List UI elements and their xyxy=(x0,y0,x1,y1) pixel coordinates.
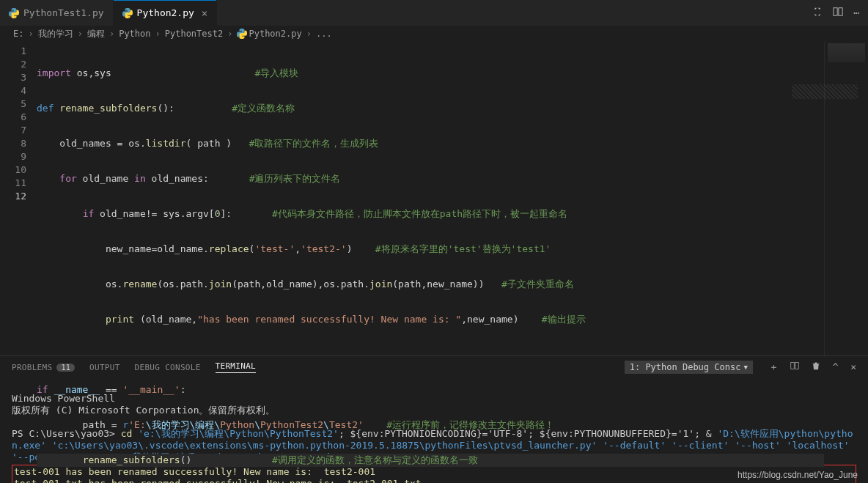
tab-label: Python2.py xyxy=(137,7,194,18)
svg-rect-0 xyxy=(834,8,837,16)
watermark-graphic xyxy=(792,84,858,99)
crumb[interactable]: 编程 xyxy=(87,28,105,40)
watermark-text: https://blog.csdn.net/Yao_June xyxy=(738,470,858,480)
python-file-icon xyxy=(9,8,19,18)
split-editor-icon[interactable] xyxy=(833,7,843,19)
crumb[interactable]: 我的学习 xyxy=(38,28,73,40)
tab-bar: PythonTest1.py Python2.py × ⋯ xyxy=(0,0,868,26)
title-actions: ⋯ xyxy=(812,0,868,26)
tab-label: PythonTest1.py xyxy=(23,7,104,18)
line-gutter: 123456789101112 xyxy=(0,42,37,355)
crumb[interactable]: Python2.py xyxy=(249,29,301,39)
close-panel-icon[interactable]: × xyxy=(850,361,856,372)
crumb[interactable]: PythonTest2 xyxy=(165,29,223,39)
tab-python2[interactable]: Python2.py × xyxy=(114,0,218,26)
maximize-icon[interactable]: ^ xyxy=(833,361,839,372)
python-file-icon xyxy=(122,8,133,18)
breadcrumb[interactable]: E:› 我的学习› 编程› Python› PythonTest2› Pytho… xyxy=(0,26,868,42)
python-file-icon xyxy=(237,29,247,39)
more-icon[interactable]: ⋯ xyxy=(853,7,859,18)
compare-icon[interactable] xyxy=(812,7,823,19)
crumb[interactable]: ... xyxy=(316,29,332,39)
code-area[interactable]: import os,sys #导入模块 def rename_subfolder… xyxy=(37,42,824,355)
crumb[interactable]: Python xyxy=(119,29,150,39)
editor[interactable]: 123456789101112 import os,sys #导入模块 def … xyxy=(0,42,868,355)
close-icon[interactable]: × xyxy=(202,7,207,19)
tab-pythontest1[interactable]: PythonTest1.py xyxy=(0,0,114,26)
svg-rect-1 xyxy=(839,8,842,16)
crumb[interactable]: E: xyxy=(13,29,23,39)
